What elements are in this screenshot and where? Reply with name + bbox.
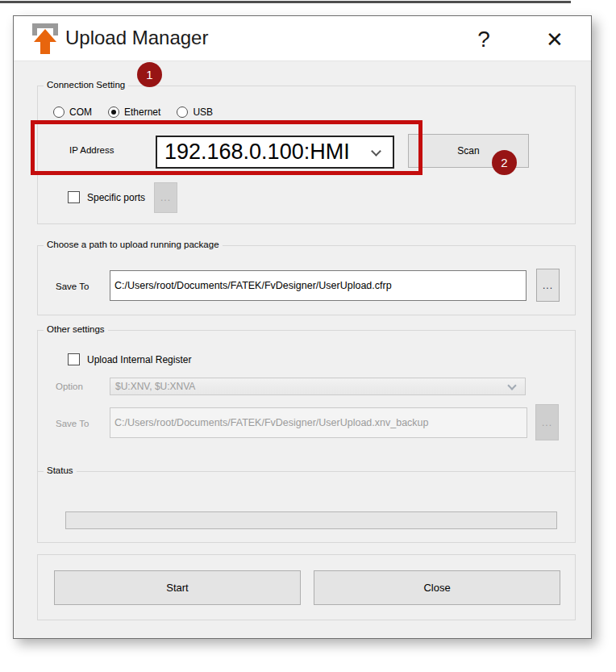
radio-com-circle[interactable]: [53, 106, 65, 118]
radio-usb-label: USB: [193, 106, 213, 118]
upload-progress-bar: [65, 511, 557, 529]
help-button[interactable]: ?: [468, 23, 500, 56]
radio-ethernet-label: Ethernet: [124, 106, 160, 118]
screenshot-stage: Upload Manager ? ✕ Connection Setting CO…: [0, 0, 616, 672]
chevron-down-icon: [507, 381, 516, 390]
close-button[interactable]: Close: [314, 570, 560, 605]
start-button[interactable]: Start: [54, 570, 301, 605]
package-save-to-label: Save To: [56, 282, 89, 291]
backup-save-to-label: Save To: [56, 419, 89, 428]
background-window-edge: [0, 1, 571, 3]
option-value: $U:XNV, $U:XNVA: [110, 381, 195, 392]
connection-setting-label: Connection Setting: [44, 80, 128, 90]
option-label: Option: [56, 382, 83, 391]
specific-ports-label: Specific ports: [87, 192, 145, 203]
connection-type-radios: COM Ethernet USB: [53, 106, 229, 118]
radio-com-label: COM: [69, 106, 92, 118]
title-bar: Upload Manager ? ✕: [14, 16, 591, 61]
radio-usb-circle[interactable]: [177, 106, 188, 118]
status-group: Status: [37, 471, 576, 543]
status-label: Status: [44, 465, 77, 475]
upload-internal-register-row: Upload Internal Register: [68, 353, 191, 365]
package-path-input[interactable]: C:/Users/root/Documents/FATEK/FvDesigner…: [110, 270, 527, 301]
backup-browse-button-disabled: ...: [535, 404, 559, 440]
upload-icon: [31, 23, 59, 57]
annotation-highlight-rect: [31, 120, 422, 175]
backup-path-input-disabled: C:/Users/root/Documents/FATEK/FvDesigner…: [110, 407, 527, 438]
specific-ports-browse-button: ...: [154, 182, 177, 213]
dialog-title: Upload Manager: [65, 27, 208, 49]
radio-ethernet-circle[interactable]: [108, 106, 119, 118]
radio-usb[interactable]: USB: [177, 106, 213, 118]
package-browse-button[interactable]: ...: [536, 269, 560, 302]
annotation-badge-1: 1: [137, 62, 162, 87]
specific-ports-row: Specific ports: [68, 191, 145, 203]
radio-ethernet[interactable]: Ethernet: [108, 106, 160, 118]
other-settings-group: Other settings: [37, 330, 576, 473]
other-settings-label: Other settings: [44, 324, 108, 334]
upload-internal-register-checkbox[interactable]: [68, 353, 80, 365]
upload-icon-arrow-stem: [40, 40, 50, 54]
upload-internal-register-label: Upload Internal Register: [87, 354, 191, 365]
radio-com[interactable]: COM: [53, 106, 92, 118]
option-combobox-disabled: $U:XNV, $U:XNVA: [110, 378, 526, 395]
annotation-badge-2: 2: [492, 150, 517, 175]
upload-package-label: Choose a path to upload running package: [44, 240, 223, 249]
upload-manager-dialog: Upload Manager ? ✕ Connection Setting CO…: [13, 15, 592, 639]
close-icon[interactable]: ✕: [536, 23, 573, 56]
specific-ports-checkbox[interactable]: [68, 191, 80, 203]
